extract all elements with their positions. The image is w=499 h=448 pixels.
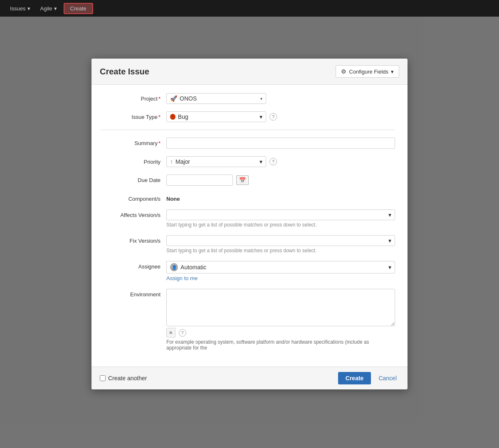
create-button[interactable]: Create: [64, 3, 93, 14]
nav-issues[interactable]: Issues ▾: [7, 4, 34, 13]
nav-issues-label: Issues: [10, 5, 26, 12]
nav-agile[interactable]: Agile ▾: [37, 4, 60, 13]
agile-dropdown-icon: ▾: [54, 5, 57, 12]
topnav: Issues ▾ Agile ▾ Create: [0, 0, 499, 17]
nav-agile-label: Agile: [40, 5, 52, 12]
issues-dropdown-icon: ▾: [27, 5, 30, 12]
